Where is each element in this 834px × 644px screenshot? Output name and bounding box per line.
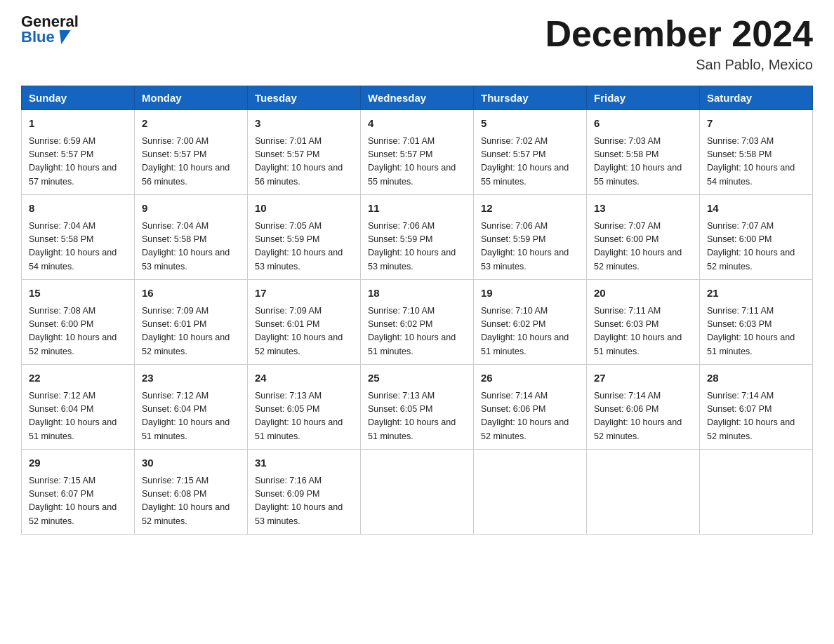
day-info: Sunrise: 7:12 AMSunset: 6:04 PMDaylight:… bbox=[142, 389, 240, 444]
day-number: 13 bbox=[594, 201, 692, 217]
logo-general-text: General bbox=[21, 14, 79, 29]
calendar-cell: 13Sunrise: 7:07 AMSunset: 6:00 PMDayligh… bbox=[587, 195, 700, 280]
day-number: 1 bbox=[29, 116, 127, 132]
calendar-cell: 11Sunrise: 7:06 AMSunset: 5:59 PMDayligh… bbox=[361, 195, 474, 280]
header-day-friday: Friday bbox=[587, 86, 700, 110]
calendar-cell: 14Sunrise: 7:07 AMSunset: 6:00 PMDayligh… bbox=[700, 195, 813, 280]
calendar-cell: 1Sunrise: 6:59 AMSunset: 5:57 PMDaylight… bbox=[22, 110, 135, 195]
calendar-cell: 30Sunrise: 7:15 AMSunset: 6:08 PMDayligh… bbox=[135, 450, 248, 535]
calendar-cell: 6Sunrise: 7:03 AMSunset: 5:58 PMDaylight… bbox=[587, 110, 700, 195]
logo: General Blue bbox=[21, 14, 79, 45]
day-info: Sunrise: 7:14 AMSunset: 6:07 PMDaylight:… bbox=[707, 389, 805, 444]
day-info: Sunrise: 7:15 AMSunset: 6:08 PMDaylight:… bbox=[142, 474, 240, 529]
calendar-cell: 8Sunrise: 7:04 AMSunset: 5:58 PMDaylight… bbox=[22, 195, 135, 280]
calendar-cell: 19Sunrise: 7:10 AMSunset: 6:02 PMDayligh… bbox=[474, 280, 587, 365]
calendar-week-2: 8Sunrise: 7:04 AMSunset: 5:58 PMDaylight… bbox=[22, 195, 813, 280]
logo-blue-text: Blue bbox=[21, 29, 55, 45]
calendar-cell: 2Sunrise: 7:00 AMSunset: 5:57 PMDaylight… bbox=[135, 110, 248, 195]
calendar-cell: 12Sunrise: 7:06 AMSunset: 5:59 PMDayligh… bbox=[474, 195, 587, 280]
day-number: 31 bbox=[255, 455, 353, 471]
day-number: 27 bbox=[594, 370, 692, 387]
day-number: 10 bbox=[255, 201, 353, 217]
day-number: 28 bbox=[707, 370, 805, 387]
calendar-cell bbox=[587, 450, 700, 535]
day-info: Sunrise: 7:10 AMSunset: 6:02 PMDaylight:… bbox=[481, 304, 579, 359]
day-info: Sunrise: 7:06 AMSunset: 5:59 PMDaylight:… bbox=[368, 220, 466, 274]
day-number: 2 bbox=[142, 116, 240, 132]
title-area: December 2024 San Pablo, Mexico bbox=[545, 14, 813, 73]
day-number: 18 bbox=[368, 286, 466, 302]
day-number: 5 bbox=[481, 116, 579, 132]
day-number: 29 bbox=[29, 455, 127, 471]
day-number: 19 bbox=[481, 286, 579, 302]
calendar-week-5: 29Sunrise: 7:15 AMSunset: 6:07 PMDayligh… bbox=[22, 450, 813, 535]
calendar-cell: 20Sunrise: 7:11 AMSunset: 6:03 PMDayligh… bbox=[587, 280, 700, 365]
calendar-cell: 24Sunrise: 7:13 AMSunset: 6:05 PMDayligh… bbox=[248, 365, 361, 450]
day-info: Sunrise: 7:14 AMSunset: 6:06 PMDaylight:… bbox=[594, 389, 692, 444]
day-number: 21 bbox=[707, 286, 805, 302]
day-info: Sunrise: 7:07 AMSunset: 6:00 PMDaylight:… bbox=[707, 220, 805, 274]
day-number: 9 bbox=[142, 201, 240, 217]
month-title: December 2024 bbox=[545, 14, 813, 54]
calendar-cell: 26Sunrise: 7:14 AMSunset: 6:06 PMDayligh… bbox=[474, 365, 587, 450]
day-info: Sunrise: 7:13 AMSunset: 6:05 PMDaylight:… bbox=[368, 389, 466, 444]
calendar-cell: 17Sunrise: 7:09 AMSunset: 6:01 PMDayligh… bbox=[248, 280, 361, 365]
calendar-cell: 16Sunrise: 7:09 AMSunset: 6:01 PMDayligh… bbox=[135, 280, 248, 365]
day-number: 7 bbox=[707, 116, 805, 132]
day-info: Sunrise: 6:59 AMSunset: 5:57 PMDaylight:… bbox=[29, 135, 127, 189]
calendar-cell bbox=[474, 450, 587, 535]
day-number: 25 bbox=[368, 370, 466, 387]
day-info: Sunrise: 7:04 AMSunset: 5:58 PMDaylight:… bbox=[142, 220, 240, 274]
day-number: 15 bbox=[29, 286, 127, 302]
day-number: 26 bbox=[481, 370, 579, 387]
day-info: Sunrise: 7:06 AMSunset: 5:59 PMDaylight:… bbox=[481, 220, 579, 274]
calendar-cell: 3Sunrise: 7:01 AMSunset: 5:57 PMDaylight… bbox=[248, 110, 361, 195]
day-info: Sunrise: 7:00 AMSunset: 5:57 PMDaylight:… bbox=[142, 135, 240, 189]
calendar-table: SundayMondayTuesdayWednesdayThursdayFrid… bbox=[21, 86, 813, 535]
day-info: Sunrise: 7:11 AMSunset: 6:03 PMDaylight:… bbox=[594, 304, 692, 359]
day-number: 6 bbox=[594, 116, 692, 132]
calendar-week-4: 22Sunrise: 7:12 AMSunset: 6:04 PMDayligh… bbox=[22, 365, 813, 450]
calendar-cell: 4Sunrise: 7:01 AMSunset: 5:57 PMDaylight… bbox=[361, 110, 474, 195]
day-info: Sunrise: 7:07 AMSunset: 6:00 PMDaylight:… bbox=[594, 220, 692, 274]
day-number: 16 bbox=[142, 286, 240, 302]
header-row: SundayMondayTuesdayWednesdayThursdayFrid… bbox=[22, 86, 813, 110]
calendar-cell: 15Sunrise: 7:08 AMSunset: 6:00 PMDayligh… bbox=[22, 280, 135, 365]
calendar-header: SundayMondayTuesdayWednesdayThursdayFrid… bbox=[22, 86, 813, 110]
header-day-thursday: Thursday bbox=[474, 86, 587, 110]
calendar-week-1: 1Sunrise: 6:59 AMSunset: 5:57 PMDaylight… bbox=[22, 110, 813, 195]
day-number: 20 bbox=[594, 286, 692, 302]
header-day-wednesday: Wednesday bbox=[361, 86, 474, 110]
day-number: 3 bbox=[255, 116, 353, 132]
day-info: Sunrise: 7:08 AMSunset: 6:00 PMDaylight:… bbox=[29, 304, 127, 359]
calendar-cell: 5Sunrise: 7:02 AMSunset: 5:57 PMDaylight… bbox=[474, 110, 587, 195]
calendar-cell: 25Sunrise: 7:13 AMSunset: 6:05 PMDayligh… bbox=[361, 365, 474, 450]
header-day-saturday: Saturday bbox=[700, 86, 813, 110]
calendar-cell: 23Sunrise: 7:12 AMSunset: 6:04 PMDayligh… bbox=[135, 365, 248, 450]
day-info: Sunrise: 7:05 AMSunset: 5:59 PMDaylight:… bbox=[255, 220, 353, 274]
day-number: 23 bbox=[142, 370, 240, 387]
day-number: 24 bbox=[255, 370, 353, 387]
calendar-cell: 29Sunrise: 7:15 AMSunset: 6:07 PMDayligh… bbox=[22, 450, 135, 535]
logo-arrow-icon bbox=[55, 30, 70, 44]
header-day-tuesday: Tuesday bbox=[248, 86, 361, 110]
day-number: 8 bbox=[29, 201, 127, 217]
day-info: Sunrise: 7:09 AMSunset: 6:01 PMDaylight:… bbox=[255, 304, 353, 359]
calendar-cell: 27Sunrise: 7:14 AMSunset: 6:06 PMDayligh… bbox=[587, 365, 700, 450]
location-label: San Pablo, Mexico bbox=[545, 57, 813, 73]
day-number: 12 bbox=[481, 201, 579, 217]
day-number: 4 bbox=[368, 116, 466, 132]
calendar-cell: 21Sunrise: 7:11 AMSunset: 6:03 PMDayligh… bbox=[700, 280, 813, 365]
day-info: Sunrise: 7:16 AMSunset: 6:09 PMDaylight:… bbox=[255, 474, 353, 529]
day-number: 30 bbox=[142, 455, 240, 471]
calendar-cell: 22Sunrise: 7:12 AMSunset: 6:04 PMDayligh… bbox=[22, 365, 135, 450]
calendar-cell bbox=[700, 450, 813, 535]
day-info: Sunrise: 7:04 AMSunset: 5:58 PMDaylight:… bbox=[29, 220, 127, 274]
day-number: 14 bbox=[707, 201, 805, 217]
day-info: Sunrise: 7:09 AMSunset: 6:01 PMDaylight:… bbox=[142, 304, 240, 359]
page-header: General Blue December 2024 San Pablo, Me… bbox=[21, 14, 813, 73]
day-info: Sunrise: 7:13 AMSunset: 6:05 PMDaylight:… bbox=[255, 389, 353, 444]
calendar-cell: 10Sunrise: 7:05 AMSunset: 5:59 PMDayligh… bbox=[248, 195, 361, 280]
day-number: 22 bbox=[29, 370, 127, 387]
calendar-body: 1Sunrise: 6:59 AMSunset: 5:57 PMDaylight… bbox=[22, 110, 813, 535]
